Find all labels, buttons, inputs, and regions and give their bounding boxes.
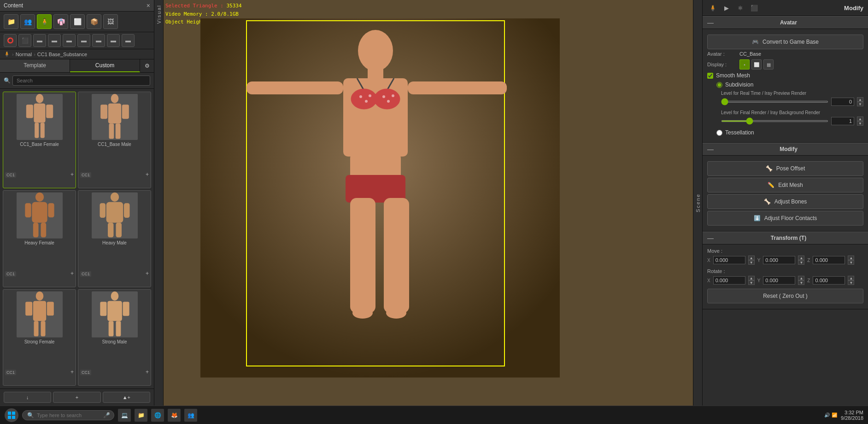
scene-label: Scene	[695, 193, 701, 212]
rotate-inputs: X ▲ ▼ Y ▲ ▼ Z ▲ ▼	[707, 276, 863, 285]
rp-icon-checker[interactable]: ⬛	[749, 2, 760, 13]
path-substance[interactable]: CC1 Base_Substance	[37, 52, 87, 57]
tessellation-radio[interactable]	[716, 130, 722, 136]
rotate-z-up[interactable]: ▲	[848, 276, 854, 280]
tab-template[interactable]: Template	[0, 59, 70, 72]
move-x-up[interactable]: ▲	[748, 256, 755, 260]
realtime-spin-down[interactable]: ▼	[857, 102, 863, 106]
rp-icon-figure[interactable]: 🧍	[707, 2, 718, 13]
realtime-spin-up[interactable]: ▲	[857, 97, 863, 102]
scene-icon[interactable]: 🖼	[103, 14, 118, 29]
tab-settings-icon[interactable]: ⚙	[140, 59, 154, 72]
subdivision-radio[interactable]	[716, 82, 722, 88]
prop-icon[interactable]: 📦	[87, 14, 101, 29]
final-slider[interactable]	[721, 120, 828, 122]
badge-cc1-female: CC1	[5, 172, 16, 178]
figure-svg-male1	[94, 94, 135, 140]
reset-btn[interactable]: Reset ( Zero Out )	[707, 289, 863, 303]
tray-icon-2: 📶	[832, 412, 837, 418]
realtime-slider[interactable]	[721, 101, 828, 103]
path-normal[interactable]: Normal	[16, 52, 32, 57]
taskbar-search-input[interactable]	[37, 412, 100, 418]
section-avatar-title: Avatar	[714, 19, 863, 26]
rotate-y-down[interactable]: ▼	[798, 280, 804, 285]
grid-item-strong-male[interactable]: CC1 + Strong Male	[78, 289, 151, 386]
svg-point-47	[369, 94, 371, 97]
final-spin-up[interactable]: ▲	[857, 116, 863, 121]
add-btn[interactable]: +	[53, 392, 100, 403]
display-texture-icon[interactable]: ▦	[763, 59, 774, 70]
display-wire-icon[interactable]: ⬜	[751, 59, 762, 70]
grid-item-heavy-female[interactable]: CC1 + Heavy Female	[3, 190, 76, 287]
upload-btn[interactable]: ▲+	[103, 392, 150, 403]
move-y-input[interactable]	[763, 256, 795, 264]
pose-offset-btn[interactable]: 🦴 Pose Offset	[707, 161, 863, 176]
avatar-icon[interactable]: 🧍	[37, 14, 52, 29]
rotate-z-down[interactable]: ▼	[848, 280, 854, 285]
move-z-up[interactable]: ▲	[848, 256, 854, 260]
grid-item-strong-female[interactable]: CC1 + Strong Female	[3, 289, 76, 386]
start-button[interactable]	[5, 408, 18, 422]
rp-icon-anim[interactable]: ▶	[721, 2, 732, 13]
display-label: Display :	[707, 62, 739, 67]
search-input[interactable]	[12, 76, 150, 86]
grid-item-cc1-base-male[interactable]: CC1 + CC1_Base Male	[78, 92, 151, 188]
move-z-input[interactable]	[813, 256, 845, 264]
r2-icon[interactable]: ▬	[48, 34, 61, 47]
convert-game-base-btn[interactable]: 🎮 Convert to Game Base	[707, 35, 863, 49]
final-spin-down[interactable]: ▼	[857, 121, 863, 126]
r1-icon[interactable]: ▬	[33, 34, 46, 47]
taskbar-icon-4[interactable]: 🦊	[168, 409, 181, 422]
mesh-icon[interactable]: ⬜	[70, 14, 85, 29]
left-panel-close[interactable]: ×	[147, 2, 150, 9]
people-icon[interactable]: 👥	[20, 14, 35, 29]
section-transform-header[interactable]: — Transform (T)	[703, 232, 868, 244]
section-avatar-header[interactable]: — Avatar	[703, 16, 868, 29]
r3-icon[interactable]: ▬	[63, 34, 76, 47]
edit-mesh-btn[interactable]: ✏️ Edit Mesh	[707, 178, 863, 192]
svg-point-12	[35, 192, 43, 202]
r4-icon[interactable]: ▬	[77, 34, 90, 47]
sq-icon[interactable]: ⬛	[18, 34, 31, 47]
section-modify-header[interactable]: — Modify	[703, 143, 868, 156]
r6-icon[interactable]: ▬	[107, 34, 120, 47]
move-x-down[interactable]: ▼	[748, 260, 755, 265]
rp-icon-physics[interactable]: ⚛	[735, 2, 746, 13]
rotate-y-input[interactable]	[763, 276, 795, 285]
grid-item-heavy-male[interactable]: CC1 + Heavy Male	[78, 190, 151, 287]
adjust-floor-btn[interactable]: ⬇️ Adjust Floor Contacts	[707, 211, 863, 226]
rotate-z-input[interactable]	[813, 276, 845, 285]
rp-icons-left: 🧍 ▶ ⚛ ⬛	[707, 2, 760, 13]
rotate-x-input[interactable]	[713, 276, 745, 285]
taskbar-icon-5[interactable]: 👥	[184, 409, 197, 422]
svg-rect-2	[26, 105, 33, 118]
taskbar-icon-2[interactable]: 📁	[135, 409, 147, 422]
rotate-y-up[interactable]: ▲	[798, 276, 804, 280]
r7-icon[interactable]: ▬	[122, 34, 135, 47]
circle-icon[interactable]: ⭕	[4, 34, 17, 47]
viewport[interactable]: Selected Triangle : 35334 Video Memory :…	[164, 0, 702, 406]
download-btn[interactable]: ↓	[4, 392, 51, 403]
grid-item-cc1-base-female[interactable]: CC1 + CC1_Base Female	[3, 92, 76, 188]
adjust-bones-btn[interactable]: 🦴 Adjust Bones	[707, 194, 863, 209]
move-y-down[interactable]: ▼	[798, 260, 804, 265]
thumb-strong-female	[17, 291, 63, 337]
search-icon: 🔍	[4, 77, 11, 84]
thumb-heavy-female	[17, 192, 63, 238]
display-solid-icon[interactable]: ▪	[739, 59, 750, 70]
smooth-mesh-checkbox[interactable]	[707, 73, 713, 79]
final-value-input[interactable]	[831, 117, 854, 125]
folder-icon[interactable]: 📁	[4, 14, 18, 29]
taskbar-icon-1[interactable]: 💻	[118, 409, 131, 422]
move-z-down[interactable]: ▼	[848, 260, 854, 265]
taskbar-icon-3[interactable]: 🌐	[151, 409, 164, 422]
cloth-icon[interactable]: 👘	[53, 14, 68, 29]
realtime-value-input[interactable]	[831, 98, 854, 106]
rotate-x-down[interactable]: ▼	[748, 280, 755, 285]
move-x-input[interactable]	[713, 256, 745, 264]
plus-cc1-male: +	[146, 171, 149, 178]
rotate-x-up[interactable]: ▲	[748, 276, 755, 280]
r5-icon[interactable]: ▬	[92, 34, 105, 47]
move-y-up[interactable]: ▲	[798, 256, 804, 260]
tab-custom[interactable]: Custom	[70, 59, 140, 72]
